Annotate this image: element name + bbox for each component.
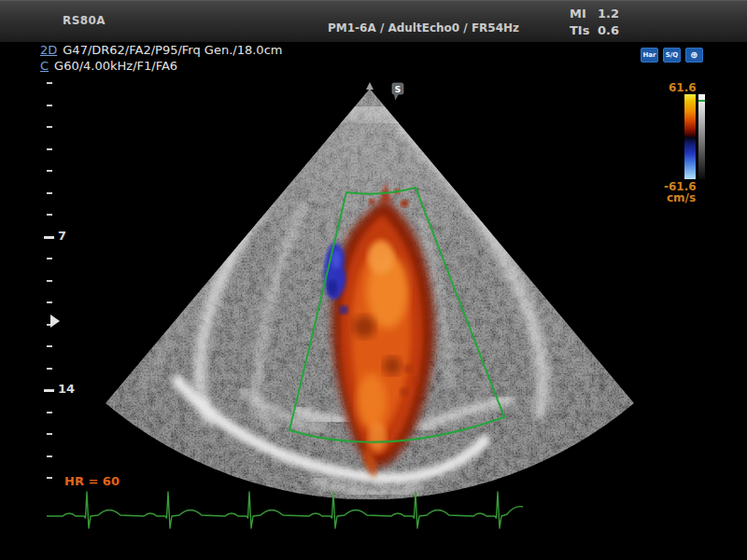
- velocity-scale-max: 61.6: [669, 81, 697, 94]
- velocity-scale-unit: cm/s: [667, 191, 696, 204]
- depth-tick: [47, 477, 52, 479]
- orientation-badge: S: [392, 83, 403, 100]
- focus-icon[interactable]: ⊕: [685, 48, 703, 63]
- sector-image: [0, 56, 747, 523]
- apex-dot: [368, 91, 372, 94]
- probe-preset: PM1-6A / AdultEcho0 / FR54Hz: [328, 21, 519, 35]
- quickscan-icon[interactable]: S/Q: [663, 48, 681, 63]
- depth-tick: [44, 236, 54, 239]
- harmonic-icon[interactable]: Har: [641, 48, 658, 63]
- mi-label: MI: [570, 7, 598, 23]
- velocity-colorbar: [684, 94, 696, 179]
- depth-tick: [47, 280, 52, 282]
- ti-label: TIs: [570, 23, 598, 40]
- depth-tick: [47, 170, 52, 172]
- ultrasound-screen: S RS80A PM1-6A / AdultEcho0 / FR54Hz MI …: [0, 0, 747, 560]
- depth-tick: [47, 455, 52, 457]
- depth-tick: [47, 345, 52, 347]
- ti-value: 0.6: [598, 23, 619, 40]
- mi-value: 1.2: [598, 7, 619, 23]
- depth-tick: [47, 368, 52, 370]
- depth-tick: [47, 126, 52, 128]
- grayscale-bar: [698, 94, 705, 179]
- mode-icon-row: Har S/Q ⊕: [641, 48, 703, 63]
- heart-rate-readout: HR = 60: [64, 474, 120, 488]
- acoustic-output: MI 1.2 TIs 0.6: [570, 7, 619, 40]
- orientation-letter: S: [395, 85, 401, 94]
- depth-tick: [47, 192, 52, 194]
- depth-tick: [47, 214, 52, 216]
- ecg-trace: [47, 492, 523, 528]
- param-2d-values: G47/DR62/FA2/P95/Frq Gen./18.0cm: [63, 43, 282, 57]
- depth-tick: [47, 412, 52, 413]
- depth-label: 7: [58, 229, 66, 243]
- focus-depth-marker[interactable]: [50, 315, 60, 328]
- probe-apex-marker: [366, 82, 374, 90]
- depth-tick: [47, 301, 52, 303]
- gain-marker: [698, 100, 705, 102]
- depth-tick: [44, 389, 54, 392]
- depth-tick: [47, 105, 52, 106]
- depth-label: 14: [58, 382, 75, 396]
- depth-tick: [47, 433, 52, 435]
- depth-tick: [47, 258, 52, 259]
- depth-tick: [47, 148, 52, 150]
- header-bar: RS80A PM1-6A / AdultEcho0 / FR54Hz MI 1.…: [0, 0, 747, 42]
- depth-tick: [47, 82, 52, 84]
